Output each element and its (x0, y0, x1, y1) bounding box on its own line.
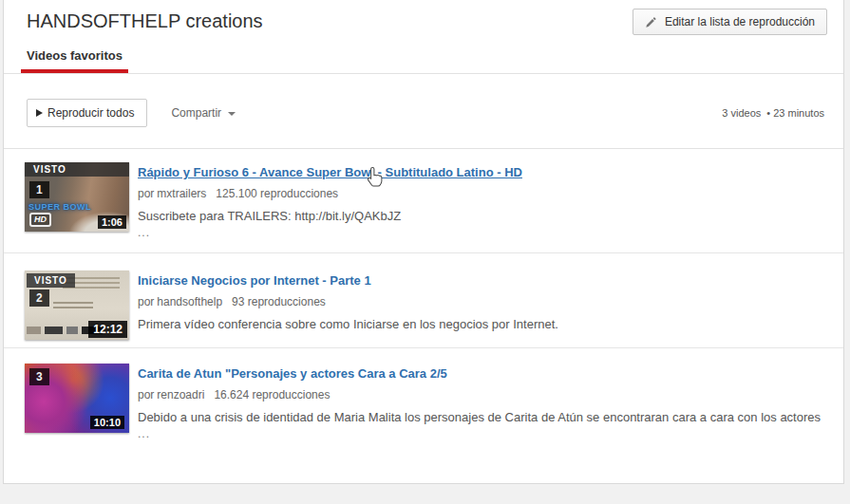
video-row: 3 10:10 Carita de Atun "Personajes y act… (4, 348, 843, 478)
watched-badge: VISTO (25, 162, 129, 177)
playlist-panel: HANDSOFTHELP creations Editar la lista d… (3, 0, 844, 484)
video-row: VISTO 1 SUPER BOWL HD 1:06 Rápido y Furi… (4, 149, 843, 253)
play-all-button[interactable]: Reproducir todos (27, 99, 147, 127)
byline-prefix: por (138, 295, 154, 308)
stats-separator: • (766, 107, 770, 119)
video-list: VISTO 1 SUPER BOWL HD 1:06 Rápido y Furi… (4, 149, 843, 478)
thumb-hd-badge: HD (29, 213, 51, 227)
byline-prefix: por (138, 187, 154, 200)
duration-badge: 10:10 (90, 416, 124, 429)
video-byline: porrenzoadri16.624 reproducciones (138, 388, 824, 401)
position-badge: 3 (29, 368, 49, 385)
share-label: Compartir (171, 106, 221, 120)
watched-badge: VISTO (27, 273, 75, 288)
share-button[interactable]: Compartir (163, 101, 243, 125)
position-badge: 2 (29, 289, 49, 307)
video-thumbnail[interactable]: VISTO 1 SUPER BOWL HD 1:06 (25, 162, 129, 232)
position-badge: 1 (29, 181, 49, 198)
chevron-down-icon (228, 112, 236, 116)
tab-videos-favoritos[interactable]: Videos favoritos (21, 48, 128, 73)
duration-badge: 1:06 (98, 215, 126, 229)
video-views: 93 reproducciones (232, 295, 326, 308)
video-thumbnail[interactable]: VISTO 2 12:12 (25, 271, 129, 340)
show-more-ellipsis: ... (138, 427, 824, 440)
video-title-link[interactable]: Carita de Atun "Personajes y actores Car… (138, 366, 447, 381)
playlist-toolbar: Reproducir todos Compartir 3 videos•23 m… (4, 74, 843, 149)
video-byline: pormxtrailers125.100 reproducciones (138, 187, 824, 200)
play-all-label: Reproducir todos (47, 106, 134, 120)
show-more-ellipsis: ... (138, 226, 824, 239)
video-description: Suscribete para TRAILERS: http://bit.ly/… (138, 209, 824, 223)
duration-badge: 12:12 (88, 321, 127, 338)
video-row: VISTO 2 12:12 Iniciarse Negocios por Int… (4, 253, 843, 348)
video-author[interactable]: handsofthelp (157, 295, 222, 308)
video-info: Carita de Atun "Personajes y actores Car… (138, 364, 824, 440)
thumb-superbowl-text: SUPER BOWL (28, 202, 91, 212)
pencil-icon (645, 16, 657, 28)
edit-playlist-button[interactable]: Editar la lista de reproducción (633, 9, 827, 35)
video-description: Primera vídeo conferencia sobre como Ini… (138, 317, 824, 331)
video-info: Rápido y Furioso 6 - Avance Super Bowl -… (138, 162, 824, 239)
video-description: Debido a una crisis de identidad de Mari… (138, 410, 824, 424)
playlist-duration: 23 minutos (773, 107, 824, 119)
video-thumbnail[interactable]: 3 10:10 (25, 364, 129, 433)
playlist-page: { "header": { "title": "HANDSOFTHELP cre… (0, 0, 850, 504)
edit-playlist-label: Editar la lista de reproducción (665, 15, 815, 28)
video-info: Iniciarse Negocios por Internet - Parte … (138, 271, 824, 340)
video-views: 125.100 reproducciones (216, 187, 338, 200)
playlist-header: HANDSOFTHELP creations Editar la lista d… (4, 0, 843, 32)
play-icon (36, 109, 43, 117)
video-title-link[interactable]: Rápido y Furioso 6 - Avance Super Bowl -… (138, 165, 522, 179)
video-author[interactable]: mxtrailers (157, 187, 206, 200)
video-count: 3 videos (722, 107, 761, 119)
playlist-stats: 3 videos•23 minutos (722, 107, 824, 119)
video-views: 16.624 reproducciones (214, 388, 330, 401)
video-author[interactable]: renzoadri (157, 388, 204, 401)
video-title-link[interactable]: Iniciarse Negocios por Internet - Parte … (138, 273, 371, 288)
tab-bar: Videos favoritos (4, 47, 843, 74)
video-byline: porhandsofthelp93 reproducciones (138, 295, 824, 308)
thumb-slide-text-lines (53, 302, 93, 311)
byline-prefix: por (138, 388, 154, 401)
